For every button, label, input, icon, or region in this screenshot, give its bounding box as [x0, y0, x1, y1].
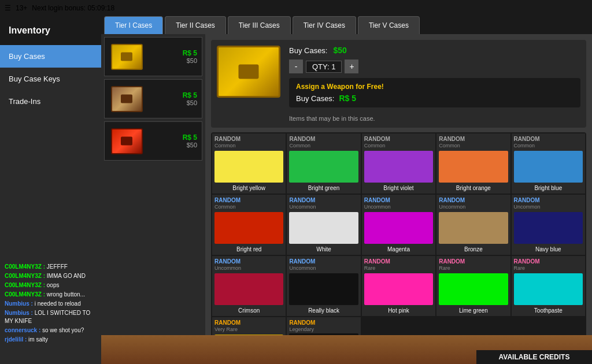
- sidebar-item-trade-ins[interactable]: Trade-Ins: [0, 90, 101, 113]
- tab-tier2[interactable]: Tier II Cases: [165, 16, 226, 34]
- item-color-box-1: [289, 151, 358, 183]
- item-cell-0[interactable]: RANDOMCommonBright yellow: [212, 133, 286, 194]
- item-name-1: Bright green: [308, 185, 339, 191]
- chat-line-0: C00LM4NY3Z : JEFFFF: [5, 263, 97, 271]
- item-cell-7[interactable]: RANDOMUncommonMagenta: [362, 195, 435, 255]
- case-price-robux-1: R$ 5: [183, 49, 197, 57]
- chat-text-2: oops: [45, 282, 59, 288]
- item-rarity-9: RANDOMUncommon: [514, 197, 583, 210]
- buy-row: Buy Cases: $50: [289, 46, 580, 55]
- item-color-box-2: [364, 151, 433, 183]
- item-cell-4[interactable]: RANDOMCommonBright blue: [512, 133, 585, 194]
- item-cell-13[interactable]: RANDOMRareLime green: [436, 256, 510, 316]
- player-count: 13+: [16, 4, 27, 12]
- item-color-box-5: [214, 212, 283, 244]
- chat-line-1: C00LM4NY3Z : IMMA GO AND: [5, 272, 97, 280]
- sidebar-item-buy-keys[interactable]: Buy Case Keys: [0, 68, 101, 90]
- item-color-box-7: [364, 212, 433, 244]
- tab-tier1[interactable]: Tier I Cases: [104, 16, 163, 34]
- chat-text-4: i needed to reload: [33, 300, 81, 307]
- case-price-usd-1: $50: [183, 57, 197, 64]
- assign-buy-row: Buy Cases: R$ 5: [296, 94, 574, 103]
- item-rarity-10: RANDOMUncommon: [214, 258, 283, 271]
- chat-text-7: im salty: [27, 336, 48, 343]
- items-grid: RANDOMCommonBright yellowRANDOMCommonBri…: [211, 132, 586, 364]
- chat-name-3: C00LM4NY3Z :: [5, 291, 45, 298]
- item-rarity-4: RANDOMCommon: [514, 136, 583, 148]
- tab-tier4[interactable]: Tier IV Cases: [293, 16, 356, 34]
- items-hint-text: Items that may be in this case.: [289, 115, 580, 122]
- chat-name-4: Numbius :: [5, 300, 33, 307]
- item-cell-5[interactable]: RANDOMCommonBright red: [212, 195, 286, 255]
- item-cell-10[interactable]: RANDOMUncommonCrimson: [212, 256, 286, 316]
- item-rarity-2: RANDOMCommon: [364, 136, 433, 148]
- chat-area: C00LM4NY3Z : JEFFFFC00LM4NY3Z : IMMA GO …: [0, 260, 101, 347]
- item-rarity-7: RANDOMUncommon: [364, 197, 433, 210]
- chat-text-1: IMMA GO AND: [45, 273, 86, 279]
- chat-name-6: connersuck :: [5, 327, 40, 333]
- assign-buy-price: R$ 5: [339, 94, 356, 103]
- assign-title: Assign a Weapon for Free!: [296, 83, 574, 91]
- tab-tier5[interactable]: Tier V Cases: [358, 16, 420, 34]
- top-bar: ☰ 13+ Next login bonus: 05:09:18: [0, 0, 592, 16]
- item-color-box-10: [214, 273, 283, 305]
- item-color-box-4: [514, 151, 583, 183]
- item-cell-11[interactable]: RANDOMUncommonReally black: [287, 256, 360, 316]
- qty-increase-button[interactable]: +: [345, 60, 358, 73]
- chat-text-6: so we shot you?: [40, 327, 84, 333]
- case-price-usd-2: $50: [183, 99, 197, 106]
- chat-line-5: Numbius : LOL I SWITCHED TO MY KNIFE: [5, 309, 97, 325]
- buy-cases-price: $50: [333, 46, 346, 55]
- item-name-8: Bronze: [464, 246, 483, 252]
- item-name-2: Bright violet: [383, 185, 413, 191]
- item-cell-2[interactable]: RANDOMCommonBright violet: [362, 133, 435, 194]
- item-rarity-15: RANDOMVery Rare: [214, 320, 283, 332]
- item-color-box-9: [514, 212, 583, 244]
- item-rarity-6: RANDOMUncommon: [289, 197, 358, 210]
- detail-panel: Buy Cases: $50 - QTY: 1 + Assi: [205, 34, 592, 364]
- item-name-4: Bright blue: [534, 185, 562, 191]
- item-cell-1[interactable]: RANDOMCommonBright green: [287, 133, 360, 194]
- case-price-robux-2: R$ 5: [183, 91, 197, 99]
- credits-bar: AVAILABLE CREDITS: [476, 350, 592, 364]
- item-cell-12[interactable]: RANDOMRareHot pink: [362, 256, 435, 316]
- item-name-11: Really black: [308, 307, 339, 314]
- chat-line-4: Numbius : i needed to reload: [5, 300, 97, 308]
- chat-line-3: C00LM4NY3Z : wrong button...: [5, 291, 97, 299]
- item-rarity-16: RANDOMLegendary: [289, 320, 358, 332]
- item-cell-8[interactable]: RANDOMUncommonBronze: [436, 195, 510, 255]
- tab-tier3[interactable]: Tier III Cases: [228, 16, 291, 34]
- detail-top: Buy Cases: $50 - QTY: 1 + Assi: [211, 40, 586, 128]
- chat-text-3: wrong button...: [45, 291, 85, 298]
- item-name-6: White: [316, 246, 331, 252]
- chat-line-2: C00LM4NY3Z : oops: [5, 281, 97, 289]
- case-item-gold[interactable]: R$ 5 $50: [104, 37, 202, 76]
- item-name-0: Bright yellow: [232, 185, 265, 191]
- login-bonus: Next login bonus: 05:09:18: [32, 4, 114, 12]
- item-cell-6[interactable]: RANDOMUncommonWhite: [287, 195, 360, 255]
- qty-decrease-button[interactable]: -: [289, 60, 303, 73]
- qty-row: - QTY: 1 +: [289, 60, 580, 73]
- big-case-display: [217, 46, 280, 98]
- qty-display: QTY: 1: [306, 61, 342, 73]
- item-name-7: Magenta: [387, 246, 410, 252]
- item-color-box-0: [214, 151, 283, 183]
- item-cell-3[interactable]: RANDOMCommonBright orange: [436, 133, 510, 194]
- item-cell-14[interactable]: RANDOMRareToothpaste: [512, 256, 585, 316]
- detail-info: Buy Cases: $50 - QTY: 1 + Assi: [289, 46, 580, 122]
- case-item-red[interactable]: R$ 5 $50: [104, 121, 202, 161]
- item-name-5: Bright red: [236, 246, 261, 252]
- item-name-9: Navy blue: [535, 246, 561, 252]
- item-rarity-14: RANDOMRare: [514, 258, 583, 271]
- item-rarity-8: RANDOMUncommon: [439, 197, 508, 210]
- sidebar-item-buy-cases[interactable]: Buy Cases: [0, 45, 101, 68]
- item-color-box-3: [439, 151, 508, 183]
- items-table: RANDOMCommonBright yellowRANDOMCommonBri…: [211, 132, 586, 364]
- menu-icon[interactable]: ☰: [5, 4, 11, 12]
- case-price-robux-3: R$ 5: [183, 133, 197, 142]
- chat-name-7: rjdelilil :: [5, 336, 27, 343]
- item-cell-9[interactable]: RANDOMUncommonNavy blue: [512, 195, 585, 255]
- chat-text-0: JEFFFF: [45, 263, 68, 270]
- buy-cases-label: Buy Cases:: [289, 46, 327, 55]
- case-item-brown[interactable]: R$ 5 $50: [104, 79, 202, 118]
